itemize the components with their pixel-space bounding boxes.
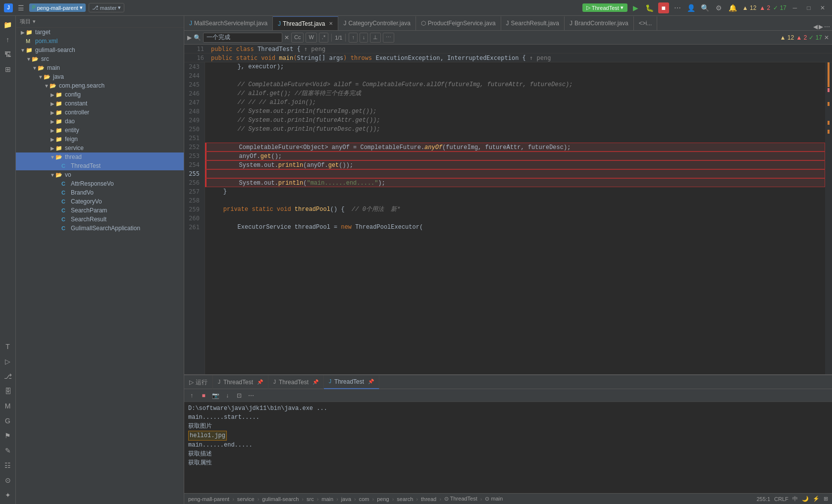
more-button[interactable]: ⋯ <box>672 2 683 13</box>
tree-item-gulimall[interactable]: ▼ 📁 gulimall-search <box>16 46 184 54</box>
tree-item-searchparam[interactable]: C SearchParam <box>16 206 184 215</box>
tree-item-brandvo[interactable]: C BrandVo <box>16 188 184 197</box>
bottom-icon3[interactable]: ✦ <box>1 488 15 502</box>
find-regex-btn[interactable]: .* <box>319 33 328 43</box>
tab-productfeign[interactable]: ⬡ ProductFeignService.java <box>416 16 501 30</box>
tab-more[interactable]: ⋯ <box>824 23 830 30</box>
tab-nav-right[interactable]: ▶ <box>819 23 823 30</box>
tree-item-vo[interactable]: ▼ 📂 vo <box>16 170 184 179</box>
tree-item-dao[interactable]: ▶ 📁 dao <box>16 117 184 126</box>
breadcrumb-project[interactable]: peng-mall-parent <box>188 496 229 502</box>
find-close-btn[interactable]: ✕ <box>284 34 289 41</box>
tab-brandcontroller[interactable]: J BrandController.java <box>565 16 634 30</box>
tree-item-controller[interactable]: ▶ 📁 controller <box>16 108 184 117</box>
tree-item-entity[interactable]: ▶ 📁 entity <box>16 126 184 135</box>
git-icon[interactable]: ⎇ <box>1 369 15 383</box>
run-toolbar-down[interactable]: ↓ <box>222 390 233 401</box>
structure-icon[interactable]: 🏗 <box>1 48 15 61</box>
bottom-icon1[interactable]: ☷ <box>1 458 15 472</box>
breadcrumb-gulimall[interactable]: gulimall-search <box>262 496 299 502</box>
find-next-btn[interactable]: ↓ <box>360 33 368 43</box>
plugins-icon[interactable]: ⊞ <box>1 62 15 76</box>
find-close-editor[interactable]: ✕ <box>824 34 829 41</box>
breadcrumb-search[interactable]: search <box>397 496 413 502</box>
hamburger-menu[interactable]: ☰ <box>16 3 26 13</box>
code-content[interactable]: }, executor); // CompletableFuture<Void>… <box>205 62 825 374</box>
status-lang[interactable]: 中 <box>792 495 798 503</box>
run-button[interactable]: ▶ <box>630 2 641 13</box>
breadcrumb-com[interactable]: com <box>359 496 369 502</box>
terminal-icon[interactable]: T <box>1 340 15 353</box>
status-crlf[interactable]: CRLF <box>774 496 788 502</box>
tree-item-gulimallapp[interactable]: C GulimallSearchApplication <box>16 224 184 233</box>
bottom-tab-threadtest1[interactable]: J ThreadTest 📌 <box>213 375 268 389</box>
find-prev-btn[interactable]: ↑ <box>349 33 358 43</box>
project-view-icon[interactable]: 📁 <box>1 18 15 32</box>
run-icon-side[interactable]: ▷ <box>1 354 15 368</box>
run-toolbar-more[interactable]: ⋯ <box>246 390 257 401</box>
tree-item-attrvo[interactable]: C AttrResponseVo <box>16 179 184 188</box>
todo-icon[interactable]: ✎ <box>1 444 15 457</box>
status-icon3[interactable]: ⊞ <box>824 496 828 502</box>
maven-icon[interactable]: M <box>1 399 15 413</box>
maximize-button[interactable]: □ <box>803 2 814 13</box>
breadcrumb-peng[interactable]: peng <box>377 496 389 502</box>
tree-item-java[interactable]: ▼ 📂 java <box>16 72 184 81</box>
search-button[interactable]: 🔍 <box>700 2 711 13</box>
run-config[interactable]: ▷ ThreadTest ▾ <box>582 3 627 12</box>
commit-icon[interactable]: ↑ <box>1 33 15 47</box>
run-toolbar-stop[interactable]: ■ <box>198 390 209 401</box>
profile-button[interactable]: 👤 <box>686 2 697 13</box>
breadcrumb-mainmethod[interactable]: ⊙ main <box>485 496 503 502</box>
tree-item-threadtest[interactable]: C ThreadTest <box>16 161 184 170</box>
breadcrumb-main[interactable]: main <box>321 496 333 502</box>
tree-item-compeng[interactable]: ▼ 📂 com.peng.search <box>16 81 184 90</box>
branch-selector[interactable]: ⎇ master ▾ <box>89 3 125 12</box>
run-toolbar-camera[interactable]: 📷 <box>210 390 221 401</box>
gradle-icon[interactable]: G <box>1 414 15 428</box>
database-icon[interactable]: 🗄 <box>1 384 15 398</box>
tree-item-thread[interactable]: ▼ 📂 thread <box>16 152 184 161</box>
run-toolbar-filter[interactable]: ⊡ <box>234 390 245 401</box>
find-input[interactable] <box>203 33 282 43</box>
tree-item-main[interactable]: ▼ 📂 main <box>16 63 184 72</box>
bottom-tab-threadtest3[interactable]: J ThreadTest 📌 <box>324 375 379 389</box>
breadcrumb-thread[interactable]: thread <box>421 496 436 502</box>
find-word-btn[interactable]: W <box>306 33 316 43</box>
tree-item-config[interactable]: ▶ 📁 config <box>16 90 184 99</box>
tree-item-feign[interactable]: ▶ 📁 feign <box>16 135 184 144</box>
breadcrumb-java[interactable]: java <box>341 496 351 502</box>
stop-button[interactable]: ■ <box>658 2 669 13</box>
find-filter-btn[interactable]: ⊥ <box>370 33 381 43</box>
tab-category[interactable]: J CategoryController.java <box>338 16 416 30</box>
find-more-btn[interactable]: ⋯ <box>383 33 394 43</box>
notifications-button[interactable]: 🔔 <box>728 2 738 13</box>
bottom-tab-run[interactable]: ▷ 运行 <box>184 375 213 389</box>
breadcrumb-src[interactable]: src <box>307 496 314 502</box>
tab-mallsearch[interactable]: J MallSearchServiceImpl.java <box>184 16 273 30</box>
tab-searchresult[interactable]: J SearchResult.java <box>501 16 565 30</box>
status-position[interactable]: 255:1 <box>757 496 771 502</box>
tree-item-target[interactable]: ▶ 📁 target <box>16 28 184 37</box>
tree-item-searchresult[interactable]: C SearchResult <box>16 215 184 224</box>
tab-extra[interactable]: <>i... <box>634 16 658 30</box>
find-case-btn[interactable]: Cc <box>291 33 304 43</box>
project-selector[interactable]: P peng-mall-parent ▾ <box>29 3 86 12</box>
tab-nav-left[interactable]: ◀ <box>813 23 818 30</box>
bottom-tab-threadtest2[interactable]: J ThreadTest 📌 <box>268 375 324 389</box>
tab-close-threadtest[interactable]: ✕ <box>329 21 333 26</box>
breadcrumb-threadtest[interactable]: ⊙ ThreadTest <box>444 496 477 502</box>
close-button[interactable]: ✕ <box>817 2 828 13</box>
run-toolbar-up[interactable]: ↑ <box>186 390 197 401</box>
tree-item-constant[interactable]: ▶ 📁 constant <box>16 99 184 108</box>
tree-item-pom[interactable]: M pom.xml <box>16 37 184 46</box>
file-tree-header[interactable]: 项目 ▾ <box>16 16 184 28</box>
minimize-button[interactable]: ─ <box>789 2 800 13</box>
event-log-icon[interactable]: ⚑ <box>1 429 15 443</box>
status-icon2[interactable]: ⚡ <box>813 496 820 502</box>
tab-threadtest[interactable]: J ThreadTest.java ✕ <box>273 16 338 30</box>
tree-item-src[interactable]: ▼ 📂 src <box>16 54 184 63</box>
bottom-icon2[interactable]: ⊙ <box>1 473 15 487</box>
tree-item-service[interactable]: ▶ 📁 service <box>16 144 184 152</box>
breadcrumb-service[interactable]: service <box>237 496 255 502</box>
